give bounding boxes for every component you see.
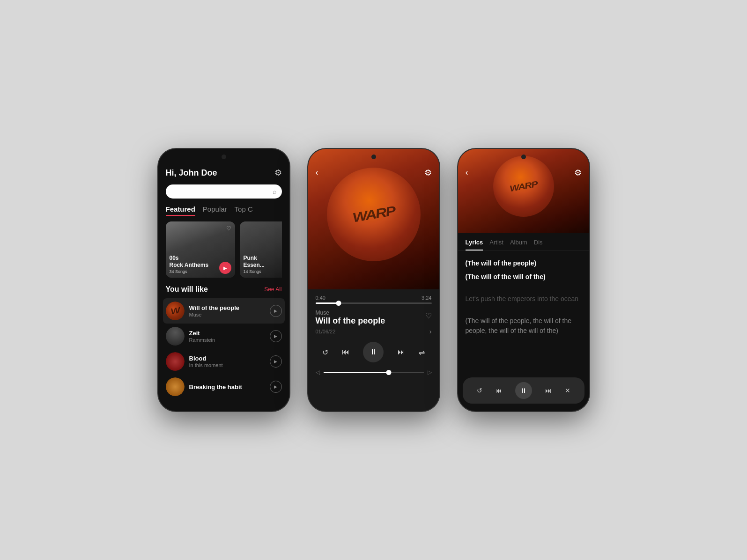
tab-popular[interactable]: Popular xyxy=(203,205,227,216)
lyrics-repeat-icon[interactable]: ↺ xyxy=(477,387,482,394)
song-name-blood: Blood xyxy=(189,355,265,362)
song-row: Muse Will of the people ♡ xyxy=(316,309,432,326)
search-input[interactable] xyxy=(171,188,273,195)
play-button-blood[interactable]: ▶ xyxy=(270,355,282,368)
track-thumb[interactable] xyxy=(336,301,341,306)
song-details: Muse Will of the people xyxy=(316,309,385,326)
card1-sub: 34 Songs xyxy=(170,269,209,274)
chevron-right-icon[interactable]: › xyxy=(429,328,432,335)
lyrics-pause-button[interactable]: ⏸ xyxy=(515,382,532,399)
card-rock-anthems[interactable]: ♡ 00sRock Anthems 34 Songs ▶ xyxy=(166,221,235,278)
player-song-title: Will of the people xyxy=(316,316,385,326)
track-fill xyxy=(316,302,339,304)
art-blood xyxy=(166,352,185,371)
section-title: You will like xyxy=(166,285,208,294)
volume-track[interactable] xyxy=(324,372,424,373)
artist-will: Muse xyxy=(189,312,265,317)
card2-title: PunkEssen... xyxy=(244,255,265,268)
time-current: 0:40 xyxy=(316,295,325,301)
tab-album[interactable]: Album xyxy=(510,239,527,251)
back-icon[interactable]: ‹ xyxy=(316,168,318,178)
song-info-blood: Blood In this moment xyxy=(189,355,265,368)
player-artist: Muse xyxy=(316,309,385,316)
song-info-zeit: Zeit Rammstein xyxy=(189,330,265,343)
lyrics-album-logo: WARP xyxy=(509,179,538,193)
time-total: 3:24 xyxy=(422,295,431,301)
player-bottom: 0:40 3:24 Muse Will of the people xyxy=(308,289,439,411)
play-button-breaking[interactable]: ▶ xyxy=(270,381,282,393)
card-punk[interactable]: ♡ PunkEssen... 14 Songs xyxy=(240,221,282,278)
phone-player: ‹ ⚙ WARP 0:40 3:24 xyxy=(308,149,439,411)
prev-icon[interactable]: ⏮ xyxy=(342,348,349,356)
progress-bar[interactable]: 0:40 3:24 xyxy=(316,295,432,304)
repeat-icon[interactable]: ↺ xyxy=(322,348,328,357)
shuffle-icon[interactable]: ⇌ xyxy=(419,348,425,357)
phone-lyrics: ‹ ⚙ WARP Lyrics Artist Album Dis (The w xyxy=(458,149,589,411)
tab-featured[interactable]: Featured xyxy=(166,205,195,216)
featured-cards: ♡ 00sRock Anthems 34 Songs ▶ ♡ xyxy=(166,221,282,278)
song-info-will: Will of the people Muse xyxy=(189,304,265,317)
pause-button[interactable]: ⏸ xyxy=(363,342,384,362)
album-cover: ‹ ⚙ WARP xyxy=(308,149,439,289)
player-nav: ‹ ⚙ xyxy=(308,168,439,178)
card2-info: PunkEssen... 14 Songs xyxy=(244,255,265,274)
card1-title: 00sRock Anthems xyxy=(170,255,209,268)
art-breaking xyxy=(166,377,185,396)
tab-top[interactable]: Top C xyxy=(235,205,253,216)
artist-zeit: Rammstein xyxy=(189,337,265,343)
card1-info: 00sRock Anthems 34 Songs xyxy=(170,255,209,274)
volume-fill xyxy=(324,372,389,373)
next-icon[interactable]: ⏭ xyxy=(398,348,405,356)
settings-icon[interactable]: ⚙ xyxy=(274,168,282,178)
see-all-button[interactable]: See All xyxy=(264,286,281,293)
card1-play-button[interactable]: ▶ xyxy=(219,262,231,274)
phone-home: Hi, John Doe ⚙ ⌕ Featured Popular Top C xyxy=(158,149,289,411)
volume-row: ◁ ▷ xyxy=(316,369,432,376)
artist-blood: In this moment xyxy=(189,362,265,368)
lyrics-close-icon[interactable]: ✕ xyxy=(565,387,570,394)
song-info-breaking: Breaking the habit xyxy=(189,383,265,391)
search-icon: ⌕ xyxy=(273,188,276,195)
lyric-line-2: (The will of the will of the) xyxy=(466,272,582,282)
card2-sub: 14 Songs xyxy=(244,269,265,274)
volume-high-icon: ▷ xyxy=(428,369,432,376)
play-button-zeit[interactable]: ▶ xyxy=(270,330,282,342)
lyrics-next-icon[interactable]: ⏭ xyxy=(545,387,552,394)
search-bar[interactable]: ⌕ xyxy=(166,184,282,199)
recommendations-header: You will like See All xyxy=(166,285,282,294)
seek-track[interactable] xyxy=(316,302,432,304)
song-name-zeit: Zeit xyxy=(189,330,265,337)
album-circle: WARP xyxy=(327,168,421,261)
song-name-breaking: Breaking the habit xyxy=(189,383,265,391)
art-will: W xyxy=(166,302,185,320)
settings-icon-player[interactable]: ⚙ xyxy=(424,168,432,178)
lyrics-prev-icon[interactable]: ⏮ xyxy=(496,387,502,394)
play-button-will[interactable]: ▶ xyxy=(270,305,282,317)
tab-dis[interactable]: Dis xyxy=(534,239,543,251)
tab-artist[interactable]: Artist xyxy=(489,239,503,251)
lyrics-tabs: Lyrics Artist Album Dis xyxy=(458,233,589,251)
card1-heart-icon[interactable]: ♡ xyxy=(226,225,231,232)
lyrics-album-area: ‹ ⚙ WARP xyxy=(458,149,589,233)
lyric-line-4: (The will of the people, the will of the… xyxy=(466,316,582,336)
art-zeit xyxy=(166,327,185,346)
lyrics-back-icon[interactable]: ‹ xyxy=(466,168,468,178)
playback-controls: ↺ ⏮ ⏸ ⏭ ⇌ xyxy=(316,342,432,362)
list-item-breaking[interactable]: Breaking the habit ▶ xyxy=(166,374,282,399)
release-date: 01/06/22 xyxy=(316,329,336,334)
lyrics-album-circle: WARP xyxy=(493,156,554,217)
song-name-will: Will of the people xyxy=(189,304,265,311)
category-tabs: Featured Popular Top C xyxy=(166,205,282,216)
volume-thumb[interactable] xyxy=(386,370,391,375)
list-item-blood[interactable]: Blood In this moment ▶ xyxy=(166,349,282,374)
lyrics-settings-icon[interactable]: ⚙ xyxy=(574,168,582,178)
player-heart-icon[interactable]: ♡ xyxy=(425,311,432,320)
lyrics-content: (The will of the people) (The will of th… xyxy=(458,251,589,377)
list-item-zeit[interactable]: Zeit Rammstein ▶ xyxy=(166,324,282,349)
list-item-will[interactable]: W Will of the people Muse ▶ xyxy=(163,298,285,324)
lyrics-controls-bar: ↺ ⏮ ⏸ ⏭ ✕ xyxy=(463,377,584,404)
tab-lyrics[interactable]: Lyrics xyxy=(466,239,483,251)
scene: Hi, John Doe ⚙ ⌕ Featured Popular Top C xyxy=(140,121,608,439)
time-row: 0:40 3:24 xyxy=(316,295,432,301)
home-header: Hi, John Doe ⚙ xyxy=(166,168,282,178)
